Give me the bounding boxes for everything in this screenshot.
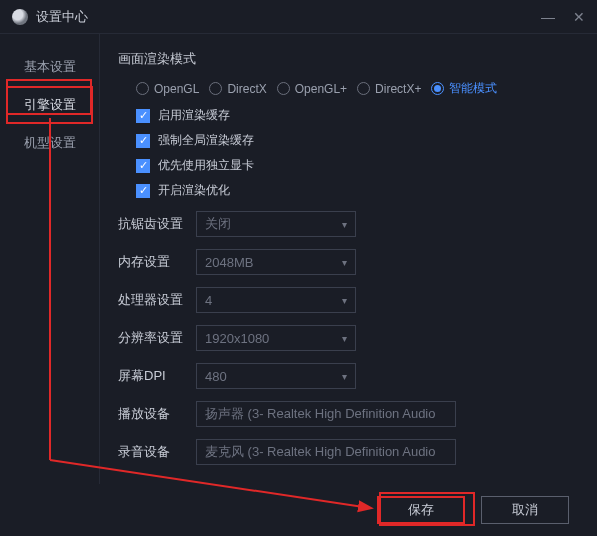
minimize-button[interactable]: — [541, 9, 555, 25]
select-cpu[interactable]: 4▾ [196, 287, 356, 313]
radio-dot-icon [357, 82, 370, 95]
save-button[interactable]: 保存 [377, 496, 465, 524]
check-render-cache[interactable]: ✓启用渲染缓存 [136, 107, 579, 124]
label-memory: 内存设置 [118, 253, 196, 271]
footer: 保存 取消 [0, 484, 597, 536]
chevron-down-icon: ▾ [342, 371, 347, 382]
checkbox-icon: ✓ [136, 109, 150, 123]
chevron-down-icon: ▾ [342, 333, 347, 344]
radio-dot-icon [209, 82, 222, 95]
radio-directxplus[interactable]: DirectX+ [357, 80, 421, 97]
check-render-optimize[interactable]: ✓开启渲染优化 [136, 182, 579, 199]
checkbox-icon: ✓ [136, 134, 150, 148]
select-record[interactable]: 麦克风 (3- Realtek High Definition Audio [196, 439, 456, 465]
chevron-down-icon: ▾ [342, 295, 347, 306]
window-title: 设置中心 [36, 8, 541, 26]
label-dpi: 屏幕DPI [118, 367, 196, 385]
select-antialias[interactable]: 关闭▾ [196, 211, 356, 237]
cancel-button[interactable]: 取消 [481, 496, 569, 524]
sidebar-item-model[interactable]: 机型设置 [0, 124, 99, 162]
label-playback: 播放设备 [118, 405, 196, 423]
close-button[interactable]: ✕ [573, 9, 585, 25]
label-antialias: 抗锯齿设置 [118, 215, 196, 233]
titlebar: 设置中心 — ✕ [0, 0, 597, 34]
chevron-down-icon: ▾ [342, 219, 347, 230]
sidebar-item-engine[interactable]: 引擎设置 [6, 86, 93, 124]
label-cpu: 处理器设置 [118, 291, 196, 309]
window-buttons: — ✕ [541, 9, 585, 25]
sidebar: 基本设置 引擎设置 机型设置 [0, 34, 100, 484]
content-pane: 画面渲染模式 OpenGL DirectX OpenGL+ DirectX+ 智… [100, 34, 597, 484]
check-prefer-dgpu[interactable]: ✓优先使用独立显卡 [136, 157, 579, 174]
radio-smart[interactable]: 智能模式 [431, 80, 497, 97]
render-mode-title: 画面渲染模式 [118, 50, 579, 68]
checkbox-icon: ✓ [136, 159, 150, 173]
radio-dot-icon [277, 82, 290, 95]
render-mode-radios: OpenGL DirectX OpenGL+ DirectX+ 智能模式 [136, 80, 579, 97]
chevron-down-icon: ▾ [342, 257, 347, 268]
sidebar-item-basic[interactable]: 基本设置 [0, 48, 99, 86]
select-dpi[interactable]: 480▾ [196, 363, 356, 389]
radio-dot-icon [136, 82, 149, 95]
radio-dot-icon [431, 82, 444, 95]
checkbox-icon: ✓ [136, 184, 150, 198]
app-logo-icon [12, 9, 28, 25]
label-record: 录音设备 [118, 443, 196, 461]
radio-openglplus[interactable]: OpenGL+ [277, 80, 347, 97]
radio-directx[interactable]: DirectX [209, 80, 266, 97]
select-memory[interactable]: 2048MB▾ [196, 249, 356, 275]
label-resolution: 分辨率设置 [118, 329, 196, 347]
select-resolution[interactable]: 1920x1080▾ [196, 325, 356, 351]
select-playback[interactable]: 扬声器 (3- Realtek High Definition Audio [196, 401, 456, 427]
check-force-global-cache[interactable]: ✓强制全局渲染缓存 [136, 132, 579, 149]
radio-opengl[interactable]: OpenGL [136, 80, 199, 97]
